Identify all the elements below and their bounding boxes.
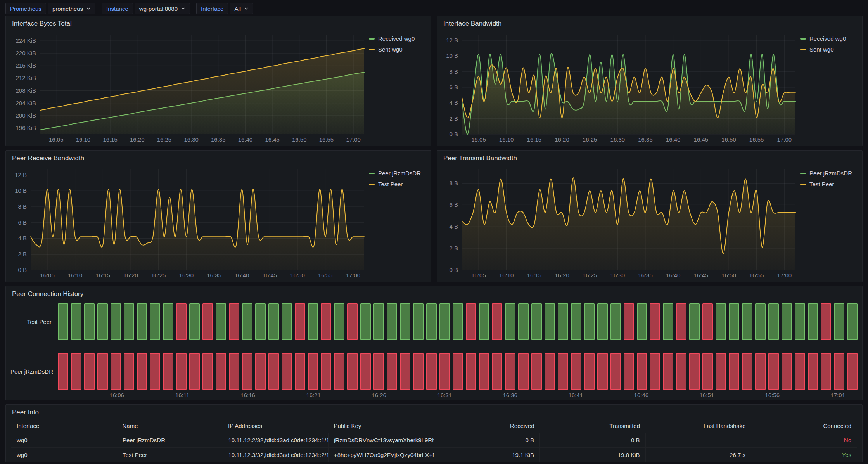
column-header[interactable]: Transmitted — [540, 419, 646, 433]
variable-value-interface[interactable]: All — [230, 3, 253, 14]
y-axis-tick-label: 8 B — [18, 203, 27, 210]
x-axis-tick-label: 16:05 — [40, 272, 55, 279]
status-bar-disconnected — [637, 353, 647, 390]
variable-instance: Instance wg-portal:8080 — [102, 3, 190, 14]
x-axis-tick-label: 16:30 — [610, 136, 625, 143]
column-header[interactable]: Last Handshake — [645, 419, 751, 433]
panel-title[interactable]: Interface Bandwidth — [440, 19, 859, 31]
variable-value-prometheus[interactable]: prometheus — [48, 3, 95, 14]
x-axis-tick-label: 16:50 — [721, 272, 736, 279]
legend-label: Test Peer — [809, 181, 834, 187]
legend-item[interactable]: Test Peer — [369, 181, 428, 187]
legend-item[interactable]: Peer jRzmDsDR — [369, 170, 428, 177]
status-bar-connected — [373, 303, 384, 340]
status-bar-connected — [268, 303, 279, 340]
legend-label: Peer jRzmDsDR — [378, 170, 421, 177]
y-axis-tick-label: 6 B — [18, 219, 27, 226]
x-axis-tick-label: 16:36 — [503, 392, 517, 398]
table-row: wg0Test Peer10.11.12.3/32,fdfd:d3ad:c0de… — [11, 448, 857, 462]
panel-title[interactable]: Peer Connection History — [9, 289, 859, 301]
status-bar-disconnected — [229, 353, 239, 390]
legend-swatch-icon — [800, 184, 806, 185]
legend-item[interactable]: Received wg0 — [369, 35, 428, 42]
table-cell-received: 0 B — [434, 433, 540, 448]
status-bar-disconnected — [518, 353, 529, 390]
x-axis-tick-label: 16:40 — [235, 272, 249, 279]
x-axis-tick-label: 16:10 — [68, 272, 83, 279]
legend-item[interactable]: Sent wg0 — [800, 46, 859, 53]
chart-legend: Received wg0Sent wg0 — [367, 31, 428, 144]
table-cell-ips: 10.11.12.2/32,fdfd:d3ad:c0de:1234::1/128 — [223, 433, 329, 448]
x-axis-tick-label: 16:20 — [555, 136, 569, 143]
status-row-label: Peer jRzmDsDR — [10, 368, 58, 375]
status-bar-connected — [663, 303, 673, 340]
status-bar-disconnected — [650, 303, 660, 340]
x-axis-tick-label: 16:30 — [179, 272, 194, 279]
variable-value-instance[interactable]: wg-portal:8080 — [135, 3, 190, 14]
y-axis-tick-label: 2 B — [449, 115, 458, 122]
status-bar-disconnected — [439, 353, 450, 390]
panel-interface-bandwidth: Interface Bandwidth 16:0516:1016:1516:20… — [437, 16, 863, 146]
legend-item[interactable]: Sent wg0 — [369, 46, 428, 53]
legend-item[interactable]: Peer jRzmDsDR — [800, 170, 859, 177]
chevron-down-icon — [86, 6, 91, 11]
y-axis-tick-label: 12 B — [446, 37, 458, 43]
interface-bandwidth-chart[interactable]: 16:0516:1016:1516:2016:2516:3016:3516:40… — [440, 31, 798, 144]
table-header-row: InterfaceNameIP AddressesPublic KeyRecei… — [11, 419, 857, 433]
status-bar-disconnected — [466, 303, 476, 340]
legend-swatch-icon — [369, 173, 375, 174]
status-bar-disconnected — [702, 353, 713, 390]
y-axis-tick-label: 2 B — [449, 245, 458, 251]
status-bar-connected — [163, 303, 173, 340]
peer-receive-bandwidth-chart[interactable]: 16:0516:1016:1516:2016:2516:3016:3516:40… — [9, 165, 367, 280]
interface-bytes-total-chart[interactable]: 16:0516:1016:1516:2016:2516:3016:3516:40… — [9, 31, 367, 144]
column-header[interactable]: Connected — [751, 419, 857, 433]
status-bar-disconnected — [571, 353, 581, 390]
panel-title[interactable]: Interface Bytes Total — [9, 19, 428, 31]
column-header[interactable]: Received — [434, 419, 540, 433]
x-axis-tick-label: 16:25 — [151, 272, 166, 279]
x-axis-tick-label: 16:21 — [306, 392, 321, 398]
column-header[interactable]: Public Key — [329, 419, 434, 433]
column-header[interactable]: IP Addresses — [223, 419, 329, 433]
status-bar-disconnected — [834, 353, 844, 390]
x-axis-tick-label: 16:26 — [372, 392, 386, 398]
legend-label: Sent wg0 — [809, 46, 834, 53]
x-axis-tick-label: 16:45 — [694, 272, 709, 279]
status-bar-disconnected — [531, 353, 542, 390]
panel-peer-transmit-bandwidth: Peer Transmit Bandwidth 16:0516:1016:151… — [437, 150, 863, 282]
x-axis-tick-label: 16:20 — [555, 272, 569, 279]
status-bar-connected — [439, 303, 450, 340]
status-bar-disconnected — [189, 353, 200, 390]
panel-title[interactable]: Peer Info — [9, 408, 859, 419]
status-bar-disconnected — [453, 353, 463, 390]
status-bar-disconnected — [676, 353, 686, 390]
panel-title[interactable]: Peer Transmit Bandwidth — [440, 154, 859, 165]
status-bar-disconnected — [202, 303, 213, 340]
status-bar-connected — [400, 303, 410, 340]
legend-item[interactable]: Test Peer — [800, 181, 859, 187]
table-cell-transmitted: 0 B — [540, 433, 646, 448]
x-axis-tick-label: 16:50 — [290, 272, 305, 279]
status-bar-connected — [255, 303, 266, 340]
status-history-plot[interactable]: Test PeerPeer jRzmDsDR16:0616:1116:1616:… — [9, 301, 859, 399]
panel-title[interactable]: Peer Receive Bandwidth — [9, 154, 428, 165]
status-bar-disconnected — [282, 353, 292, 390]
legend-item[interactable]: Received wg0 — [800, 35, 859, 42]
table-cell-handshake: 26.7 s — [645, 448, 751, 462]
legend-label: Received wg0 — [378, 35, 415, 42]
status-bar-disconnected — [795, 353, 805, 390]
y-axis-tick-label: 6 B — [449, 201, 458, 208]
status-bar-disconnected — [163, 353, 173, 390]
status-bar-disconnected — [729, 353, 739, 390]
x-axis-tick-label: 16:15 — [527, 272, 542, 279]
x-axis-tick-label: 17:00 — [777, 272, 792, 279]
table-cell-name: Peer jRzmDsDR — [117, 433, 223, 448]
column-header[interactable]: Interface — [11, 419, 117, 433]
column-header[interactable]: Name — [117, 419, 223, 433]
table-cell-connected: No — [751, 433, 857, 448]
series-area — [31, 189, 364, 270]
peer-transmit-bandwidth-chart[interactable]: 16:0516:1016:1516:2016:2516:3016:3516:40… — [440, 165, 798, 280]
x-axis-tick-label: 17:00 — [346, 136, 361, 143]
x-axis-tick-label: 16:15 — [103, 136, 118, 143]
